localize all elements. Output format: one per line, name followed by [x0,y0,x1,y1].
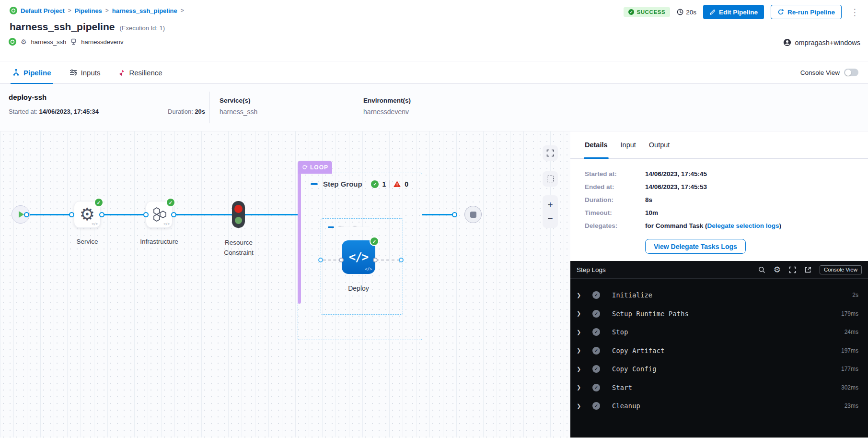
services-label: Service(s) [220,97,257,104]
stage-summary-bar: deploy-ssh Started at: 14/06/2023, 17:45… [0,84,868,131]
tab-resilience[interactable]: Resilience [118,61,162,83]
node-label-service: Service [58,238,116,245]
stage-duration: Duration: 20s [168,108,205,115]
tab-details[interactable]: Details [585,131,608,158]
node-infrastructure[interactable]: </> ✓ [146,201,173,228]
log-row-cleanup[interactable]: ❯ ✓ Cleanup 23ms [570,397,868,415]
edit-pipeline-button[interactable]: Edit Pipeline [703,5,764,19]
flow-line [245,214,298,215]
stage-name: deploy-ssh [9,93,46,101]
log-row-copy-config[interactable]: ❯ ✓ Copy Config 177ms [570,360,868,379]
pipeline-tags: ⚙ harness_ssh harnessdevenv [9,38,123,46]
log-row-copy-artifact[interactable]: ❯ ✓ Copy Artifact 197ms [570,342,868,360]
zoom-in-button[interactable]: + [547,200,553,209]
more-options-kebab-icon[interactable]: ⋮ [848,8,861,17]
pipeline-canvas[interactable]: ⚙ </> ✓ Service </> ✓ Infrastructure Res… [0,131,570,438]
delegate-selection-logs-link[interactable]: Delegate selection logs [707,222,779,229]
log-row-initialize[interactable]: ❯ ✓ Initialize 2s [570,286,868,305]
loop-icon [301,165,308,170]
loop-matrix-bar [298,173,301,304]
canvas-select-button[interactable] [543,171,558,187]
log-row-start[interactable]: ❯ ✓ Start 302ms [570,379,868,397]
connector-dot [318,258,323,262]
tab-inputs[interactable]: Inputs [69,61,101,83]
view-delegate-tasks-logs-button[interactable]: View Delegate Tasks Logs [645,239,746,254]
flow-line [173,214,232,215]
collapse-step-group-icon[interactable] [311,183,318,185]
tab-output[interactable]: Output [649,131,670,158]
console-view-toggle[interactable] [844,69,858,76]
rerun-pipeline-button[interactable]: Re-run Pipeline [771,5,842,19]
console-view-label: Console View [800,69,840,76]
inner-step-group[interactable]: Step Group </> </> ✓ Deploy [321,218,403,315]
open-in-new-icon[interactable] [804,266,811,273]
detail-row-started: Started at: 14/06/2023, 17:45:45 [585,170,868,178]
traffic-light-green [235,217,242,224]
expand-logs-icon[interactable] [789,266,796,273]
tab-input[interactable]: Input [621,131,636,158]
harness-project-icon [10,7,17,14]
chevron-right-icon[interactable]: ❯ [577,329,587,335]
logs-console-view-button[interactable]: Console View [820,265,862,274]
canvas-zoom-controls: + − [543,195,558,228]
zoom-out-button[interactable]: − [547,214,553,223]
tab-pipeline[interactable]: Pipeline [12,61,51,83]
execution-id: (Execution Id: 1) [119,24,165,32]
refresh-icon [777,9,784,15]
error-triangle-icon [393,180,401,188]
log-settings-gear-icon[interactable]: ⚙ [774,266,781,274]
connector-dot [373,258,378,262]
chevron-right-icon[interactable]: ❯ [577,403,587,409]
code-corner-icon: </> [92,222,98,226]
command-icon: </> [349,250,368,264]
chevron-right-icon[interactable]: ❯ [577,310,587,317]
connector-dot [452,212,457,217]
log-success-icon: ✓ [592,365,600,373]
dashed-connector [376,260,400,260]
connector-dot [99,212,104,217]
connector-dot [339,258,344,262]
code-corner-icon: </> [163,222,170,226]
node-deploy[interactable]: </> </> ✓ [342,240,375,274]
search-icon[interactable] [758,266,765,273]
breadcrumb-pipeline-link[interactable]: harness_ssh_pipeline [112,7,177,14]
success-check-icon: ✓ [166,198,175,207]
divider [209,92,210,123]
inputs-icon [69,69,77,76]
log-row-setup-runtime-paths[interactable]: ❯ ✓ Setup Runtime Paths 179ms [570,305,868,323]
breadcrumb-project-link[interactable]: Default Project [21,7,65,14]
log-success-icon: ✓ [592,384,600,391]
node-resource-constraint[interactable] [232,201,245,228]
clock-icon [677,9,683,15]
chevron-right-icon[interactable]: ❯ [577,366,587,372]
status-badge: ✓ SUCCESS [624,7,670,17]
breadcrumb-pipelines-link[interactable]: Pipelines [75,7,102,14]
step-logs-panel: Step Logs ⚙ Console View [570,261,868,438]
loop-badge: LOOP [298,161,332,174]
canvas-fullscreen-button[interactable] [543,145,558,161]
log-success-icon: ✓ [592,347,600,355]
flow-line [422,214,455,215]
log-success-icon: ✓ [592,328,600,336]
stage-started: Started at: 14/06/2023, 17:45:34 [9,108,99,115]
harness-tag-icon [9,38,16,46]
connector-dot [171,212,176,217]
chevron-right-icon[interactable]: ❯ [577,384,587,391]
environments-value: harnessdevenv [363,108,411,116]
log-row-stop[interactable]: ❯ ✓ Stop 24ms [570,323,868,342]
chevron-right-icon[interactable]: ❯ [577,347,587,354]
node-label-deploy: Deploy [325,284,392,292]
log-success-icon: ✓ [592,310,600,318]
step-group-container[interactable]: Step Group ✓ 1 0 Step Group [298,173,422,340]
step-group-title: Step Group [323,180,362,188]
collapse-inner-group-icon[interactable] [328,226,334,228]
connector-dot [399,258,404,262]
stop-icon [470,212,476,218]
chevron-right-icon[interactable]: ❯ [577,292,587,298]
inner-group-title-obscured: Step Group [338,224,372,230]
page-title: harness_ssh_pipeline [10,21,115,33]
environments-label: Environment(s) [363,97,411,104]
node-service[interactable]: ⚙ </> ✓ [74,201,101,228]
resilience-icon [118,69,125,76]
play-icon [19,211,24,218]
